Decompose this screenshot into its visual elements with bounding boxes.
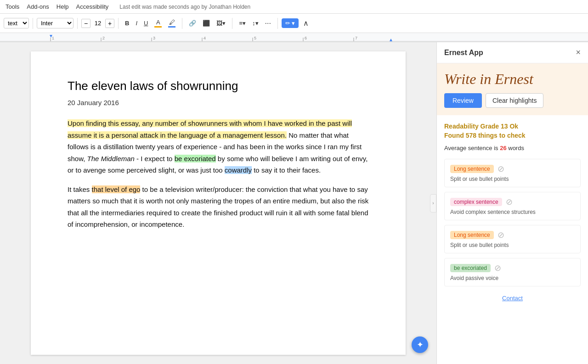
sep4 (182, 18, 182, 29)
svg-text:4: 4 (204, 36, 206, 40)
no-icon-3: ⊘ (494, 263, 501, 273)
issue-card-0[interactable]: Long sentence ⊘ Split or use bullet poin… (444, 159, 581, 187)
doc-page: The eleven laws of showrunning 20 Januar… (31, 51, 406, 355)
highlight-icon: 🖊 (168, 19, 175, 28)
insert-group: 🔗 ⬛ 🖼▾ (186, 18, 228, 28)
ernest-logo-area: Write in Ernest Review Clear highlights (437, 63, 588, 115)
layout-group: ≡▾ ↕▾ ··· (236, 18, 273, 29)
review-button[interactable]: Review (444, 93, 482, 108)
issue-tag-0: Long sentence (450, 165, 494, 173)
text-color-icon: A (154, 19, 162, 28)
ruler-svg: 1 2 3 4 5 6 7 (0, 33, 588, 42)
doc-title: The eleven laws of showrunning (68, 79, 369, 93)
avg-sentence: Average sentence is 26 words (444, 145, 581, 151)
sep5 (232, 18, 232, 29)
doc-body[interactable]: Upon finding this essay, any number of s… (68, 118, 369, 230)
panel-content: Readability Grade 13 Ok Found 578 things… (437, 115, 588, 364)
svg-text:3: 3 (153, 36, 155, 40)
svg-text:1: 1 (52, 36, 54, 40)
found-issues: Found 578 things to check (444, 132, 581, 139)
highlight-button[interactable]: 🖊 (165, 17, 178, 29)
issue-desc-0: Split or use bullet points (450, 176, 575, 182)
no-icon-1: ⊘ (506, 197, 513, 207)
style-select[interactable]: text (4, 18, 29, 28)
text-color-button[interactable]: A (152, 17, 164, 29)
issue-card-2[interactable]: Long sentence ⊘ Split or use bullet poin… (444, 225, 581, 253)
right-panel: Ernest App × Write in Ernest Review Clea… (436, 42, 588, 364)
italic-button[interactable]: I (133, 18, 140, 28)
last-edit-status: Last edit was made seconds ago by Jonath… (119, 4, 250, 10)
ernest-logo: Write in Ernest (444, 71, 533, 88)
panel-collapse-handle[interactable]: › (430, 194, 436, 213)
fab-button[interactable]: ✦ (412, 336, 428, 353)
highlight-cowardly: cowardly (225, 166, 252, 174)
toolbar: text Inter − 12 + B I U A 🖊 🔗 (0, 14, 588, 33)
font-size-value: 12 (91, 20, 104, 27)
issue-desc-1: Avoid complex sentence structures (450, 209, 575, 215)
svg-text:6: 6 (305, 36, 307, 40)
issue-desc-3: Avoid passive voice (450, 275, 575, 281)
issue-card-0-header: Long sentence ⊘ (450, 164, 575, 174)
menu-tools[interactable]: Tools (6, 3, 19, 10)
panel-header: Ernest App × (437, 42, 588, 63)
no-icon-2: ⊘ (498, 230, 504, 240)
menu-help[interactable]: Help (57, 3, 69, 10)
highlight-excoriated: be excoriated (175, 155, 216, 162)
sep2 (77, 18, 78, 29)
issue-cards: Long sentence ⊘ Split or use bullet poin… (444, 159, 581, 286)
doc-date: 20 January 2016 (68, 99, 369, 106)
spacing-button[interactable]: ↕▾ (249, 18, 261, 28)
paragraph-1[interactable]: Upon finding this essay, any number of s… (68, 118, 369, 176)
issue-tag-1: complex sentence (450, 198, 502, 206)
main-area: The eleven laws of showrunning 20 Januar… (0, 42, 588, 364)
sep3 (118, 18, 119, 29)
bold-button[interactable]: B (122, 18, 132, 28)
svg-text:2: 2 (102, 36, 105, 40)
more-options-button[interactable]: ··· (262, 18, 274, 29)
insert-image-button[interactable]: 🖼▾ (214, 18, 228, 28)
no-icon-0: ⊘ (498, 164, 504, 174)
svg-text:5: 5 (254, 36, 256, 40)
align-button[interactable]: ≡▾ (236, 18, 249, 28)
font-size-control: − 12 + (81, 19, 114, 28)
pen-dropdown-icon: ▾ (292, 20, 295, 27)
panel-title: Ernest App (444, 49, 483, 57)
sep1 (33, 18, 33, 29)
readability-grade: Readability Grade 13 Ok (444, 123, 581, 130)
underline-button[interactable]: U (141, 18, 151, 28)
panel-close-button[interactable]: × (576, 48, 581, 57)
menu-accessibility[interactable]: Accessibility (76, 3, 109, 10)
collapse-toolbar-button[interactable]: ∧ (300, 17, 311, 29)
pen-icon: ✏ (285, 20, 290, 27)
format-group: B I U A 🖊 (122, 17, 178, 29)
contact-link[interactable]: Contact (444, 291, 581, 305)
ernest-buttons: Review Clear highlights (444, 93, 543, 108)
menu-bar: Tools Add-ons Help Accessibility Last ed… (0, 0, 588, 14)
issue-tag-2: Long sentence (450, 231, 494, 239)
issue-card-1-header: complex sentence ⊘ (450, 197, 575, 207)
font-select[interactable]: Inter (37, 18, 74, 28)
pen-button[interactable]: ✏ ▾ (282, 18, 299, 28)
issue-card-3-header: be excoriated ⊘ (450, 263, 575, 273)
issue-card-2-header: Long sentence ⊘ (450, 230, 575, 240)
issue-card-1[interactable]: complex sentence ⊘ Avoid complex sentenc… (444, 192, 581, 220)
link-button[interactable]: 🔗 (186, 18, 199, 28)
issue-tag-3: be excoriated (450, 264, 491, 272)
sep6 (277, 18, 278, 29)
collapse-chevron-icon: › (432, 201, 434, 206)
svg-marker-16 (390, 39, 392, 41)
issue-card-3[interactable]: be excoriated ⊘ Avoid passive voice (444, 258, 581, 286)
font-group: Inter (37, 18, 74, 28)
highlight-ego: that level of ego (92, 185, 141, 193)
font-size-decrease[interactable]: − (81, 19, 90, 28)
clear-highlights-button[interactable]: Clear highlights (486, 93, 544, 108)
menu-addons[interactable]: Add-ons (27, 3, 49, 10)
document-area[interactable]: The eleven laws of showrunning 20 Januar… (0, 42, 436, 364)
ruler: 1 2 3 4 5 6 7 (0, 33, 588, 42)
paragraph-2[interactable]: It takes that level of ego to be a telev… (68, 184, 369, 230)
fab-icon: ✦ (417, 340, 424, 350)
style-group: text (4, 18, 29, 28)
font-size-increase[interactable]: + (105, 19, 114, 28)
issue-desc-2: Split or use bullet points (450, 242, 575, 248)
image-button[interactable]: ⬛ (200, 18, 213, 28)
